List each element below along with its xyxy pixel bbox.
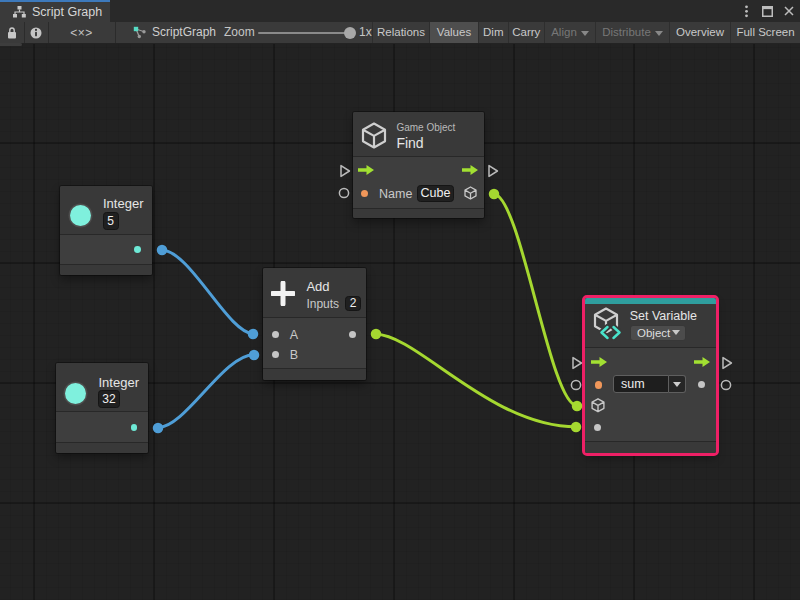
window-controls bbox=[740, 0, 800, 22]
port-a-label: A bbox=[290, 328, 298, 342]
integer-literal-icon bbox=[65, 383, 86, 404]
graph-breadcrumb[interactable]: ScriptGraph bbox=[152, 22, 216, 43]
chevron-down-icon bbox=[672, 330, 680, 335]
inspect-button[interactable] bbox=[24, 22, 48, 43]
node-title: Integer bbox=[99, 375, 139, 390]
values-button[interactable]: Values bbox=[429, 22, 478, 43]
tab-title: Script Graph bbox=[32, 5, 102, 19]
lock-icon bbox=[7, 27, 17, 39]
carry-button[interactable]: Carry bbox=[508, 22, 545, 43]
variable-name-field[interactable]: sum bbox=[613, 375, 669, 393]
integer-output-dot-icon bbox=[134, 246, 141, 253]
align-button[interactable]: Align bbox=[544, 22, 595, 43]
gameobject-output-cube-icon bbox=[464, 186, 477, 200]
horizontal-scrollbar-thumb[interactable] bbox=[0, 43, 22, 47]
graph-node-icon bbox=[133, 26, 147, 39]
code-brackets-icon: <×> bbox=[70, 26, 93, 40]
node-integer-1[interactable]: Integer 5 bbox=[60, 186, 152, 276]
output-sum-dot-icon bbox=[349, 331, 356, 338]
node-title: Set Variable bbox=[630, 309, 697, 323]
variable-kind-dropdown[interactable]: Object bbox=[630, 325, 686, 341]
input-a-dot-icon bbox=[272, 331, 279, 338]
input-b-dot-icon bbox=[272, 351, 279, 358]
dim-button[interactable]: Dim bbox=[478, 22, 508, 43]
node-add[interactable]: Add Inputs 2 A B bbox=[263, 268, 366, 380]
node-title: Integer bbox=[103, 196, 143, 211]
chevron-down-icon bbox=[581, 31, 589, 36]
zoom-slider-handle[interactable] bbox=[344, 27, 356, 39]
string-input-dot-icon bbox=[595, 381, 603, 389]
value-input-dot-icon bbox=[594, 424, 601, 431]
visual-scripting-window: Script Graph bbox=[0, 0, 800, 600]
node-title: Find bbox=[396, 135, 423, 151]
integer-value-input[interactable]: 5 bbox=[103, 212, 119, 230]
integer-value-input[interactable]: 32 bbox=[98, 390, 120, 409]
inputs-label: Inputs bbox=[306, 297, 339, 311]
port-b-label: B bbox=[290, 348, 298, 362]
value-output-dot-icon bbox=[698, 381, 705, 388]
code-preview-button[interactable]: <×> bbox=[48, 22, 115, 43]
info-icon bbox=[30, 27, 42, 39]
window-tab-bar: Script Graph bbox=[0, 0, 800, 22]
control-output-arrow-icon bbox=[462, 165, 478, 175]
graph-toolbar: <×> ScriptGraph Zoom 1x Relations Values… bbox=[0, 22, 800, 44]
maximize-icon[interactable] bbox=[761, 5, 774, 18]
zoom-label: Zoom bbox=[224, 22, 255, 43]
control-input-arrow-icon bbox=[358, 165, 374, 175]
node-set-variable[interactable]: Set Variable Object sum bbox=[585, 298, 716, 453]
inputs-count-input[interactable]: 2 bbox=[345, 296, 361, 312]
chevron-down-icon bbox=[655, 31, 663, 36]
cube-code-icon bbox=[593, 307, 621, 341]
gameobject-input-cube-icon bbox=[591, 398, 605, 413]
full-screen-button[interactable]: Full Screen bbox=[730, 22, 800, 43]
node-find[interactable]: Game Object Find Name Cube bbox=[353, 112, 484, 218]
name-value-input[interactable]: Cube bbox=[417, 185, 453, 202]
control-output-arrow-icon bbox=[694, 357, 710, 367]
control-input-arrow-icon bbox=[591, 357, 607, 367]
zoom-slider-track[interactable] bbox=[258, 32, 352, 34]
node-integer-2[interactable]: Integer 32 bbox=[56, 363, 149, 453]
integer-literal-icon bbox=[70, 205, 91, 226]
close-icon[interactable] bbox=[782, 5, 795, 18]
kebab-menu-icon[interactable] bbox=[740, 5, 753, 18]
graph-hierarchy-icon bbox=[13, 6, 26, 18]
chevron-down-icon bbox=[673, 382, 681, 387]
integer-output-dot-icon bbox=[131, 424, 138, 431]
node-subtitle: Game Object bbox=[396, 122, 455, 133]
distribute-button[interactable]: Distribute bbox=[595, 22, 669, 43]
name-label: Name bbox=[379, 187, 412, 201]
node-title: Add bbox=[306, 279, 329, 294]
zoom-value: 1x bbox=[359, 22, 372, 43]
tab-script-graph[interactable]: Script Graph bbox=[0, 0, 110, 22]
overview-button[interactable]: Overview bbox=[669, 22, 730, 43]
variable-name-dropdown-button[interactable] bbox=[669, 375, 686, 393]
string-input-dot-icon bbox=[361, 190, 369, 198]
relations-button[interactable]: Relations bbox=[372, 22, 429, 43]
lock-button[interactable] bbox=[0, 22, 24, 43]
plus-icon bbox=[271, 281, 295, 306]
cube-icon bbox=[361, 122, 387, 149]
